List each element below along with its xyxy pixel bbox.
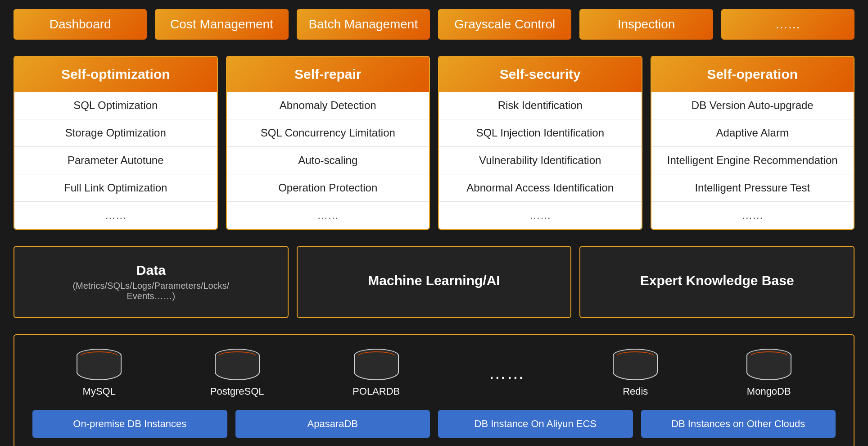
bottom-section: MySQLPostgreSQLPOLARDB……RedisMongoDB On-…	[14, 334, 854, 446]
self-card-item-0-0: SQL Optimization	[14, 92, 217, 119]
self-card-header-3: Self-operation	[651, 57, 854, 92]
middle-box-2: Expert Knowledge Base	[579, 246, 854, 318]
db-label-0: MySQL	[83, 386, 116, 397]
self-card-body-2: Risk IdentificationSQL Injection Identif…	[439, 92, 642, 229]
self-card-header-0: Self-optimization	[14, 57, 217, 92]
top-navigation: DashboardCost ManagementBatch Management…	[14, 9, 854, 40]
self-card-item-2-0: Risk Identification	[439, 92, 642, 119]
middle-row: Data(Metrics/SQLs/Logs/Parameters/Locks/…	[14, 246, 854, 318]
self-card-item-3-3: Intelligent Pressure Test	[651, 174, 854, 202]
nav-btn-3[interactable]: Grayscale Control	[438, 9, 571, 40]
nav-btn-4[interactable]: Inspection	[579, 9, 713, 40]
self-card-item-2-1: SQL Injection Identification	[439, 119, 642, 147]
nav-btn-2[interactable]: Batch Management	[297, 9, 430, 40]
self-card-header-2: Self-security	[439, 57, 642, 92]
self-card-item-3-2: Intelligent Engine Recommendation	[651, 147, 854, 174]
self-card-2: Self-securityRisk IdentificationSQL Inje…	[438, 56, 642, 230]
self-card-item-3-0: DB Version Auto-upgrade	[651, 92, 854, 119]
nav-btn-5[interactable]: ……	[721, 9, 854, 40]
middle-box-title-2: Expert Knowledge Base	[640, 273, 794, 288]
db-tag-3: DB Instances on Other Clouds	[641, 410, 836, 438]
self-card-1: Self-repairAbnomaly DetectionSQL Concurr…	[226, 56, 430, 230]
self-card-item-1-3: Operation Protection	[227, 174, 429, 202]
db-label-5: MongoDB	[747, 386, 791, 397]
self-card-item-0-4: ……	[14, 202, 217, 229]
middle-box-title-0: Data	[136, 263, 166, 278]
middle-box-1: Machine Learning/AI	[297, 246, 572, 318]
db-label-1: PostgreSQL	[210, 386, 264, 397]
self-card-item-1-4: ……	[227, 202, 429, 229]
self-card-body-1: Abnomaly DetectionSQL Concurrency Limita…	[227, 92, 429, 229]
db-icon-item-4: Redis	[613, 349, 658, 397]
db-icon-item-3: ……	[488, 358, 524, 397]
db-labels-row: On-premise DB InstancesApasaraDBDB Insta…	[32, 410, 836, 438]
db-label-4: Redis	[623, 386, 648, 397]
self-card-item-0-2: Parameter Autotune	[14, 147, 217, 174]
self-card-item-3-4: ……	[651, 202, 854, 229]
db-tag-0: On-premise DB Instances	[32, 410, 227, 438]
self-section: Self-optimizationSQL OptimizationStorage…	[14, 56, 854, 230]
db-icon-item-2: POLARDB	[353, 349, 400, 397]
self-card-0: Self-optimizationSQL OptimizationStorage…	[14, 56, 218, 230]
middle-box-subtitle-0: (Metrics/SQLs/Logs/Parameters/Locks/ Eve…	[72, 281, 229, 301]
self-card-body-3: DB Version Auto-upgradeAdaptive AlarmInt…	[651, 92, 854, 229]
db-icon-item-1: PostgreSQL	[210, 349, 264, 397]
middle-box-title-1: Machine Learning/AI	[368, 273, 500, 288]
self-card-item-1-0: Abnomaly Detection	[227, 92, 429, 119]
self-card-item-0-1: Storage Optimization	[14, 119, 217, 147]
db-cylinder-0	[77, 349, 122, 380]
db-icon-item-5: MongoDB	[746, 349, 791, 397]
self-card-3: Self-operationDB Version Auto-upgradeAda…	[651, 56, 855, 230]
self-card-item-2-3: Abnormal Access Identification	[439, 174, 642, 202]
self-card-item-2-4: ……	[439, 202, 642, 229]
db-icons-row: MySQLPostgreSQLPOLARDB……RedisMongoDB	[32, 349, 836, 397]
self-card-item-1-1: SQL Concurrency Limitation	[227, 119, 429, 147]
self-card-body-0: SQL OptimizationStorage OptimizationPara…	[14, 92, 217, 229]
self-card-header-1: Self-repair	[227, 57, 429, 92]
db-cylinder-4	[613, 349, 658, 380]
middle-box-0: Data(Metrics/SQLs/Logs/Parameters/Locks/…	[14, 246, 289, 318]
self-card-item-3-1: Adaptive Alarm	[651, 119, 854, 147]
db-icon-item-0: MySQL	[77, 349, 122, 397]
db-cylinder-5	[746, 349, 791, 380]
db-cylinder-1	[215, 349, 260, 380]
db-ellipsis-3: ……	[488, 358, 524, 383]
db-tag-2: DB Instance On Aliyun ECS	[438, 410, 633, 438]
db-cylinder-2	[354, 349, 399, 380]
self-card-item-1-2: Auto-scaling	[227, 147, 429, 174]
db-tag-1: ApasaraDB	[235, 410, 430, 438]
nav-btn-1[interactable]: Cost Management	[155, 9, 288, 40]
self-card-item-2-2: Vulnerability Identification	[439, 147, 642, 174]
nav-btn-0[interactable]: Dashboard	[14, 9, 147, 40]
db-label-2: POLARDB	[353, 386, 400, 397]
self-card-item-0-3: Full Link Optimization	[14, 174, 217, 202]
